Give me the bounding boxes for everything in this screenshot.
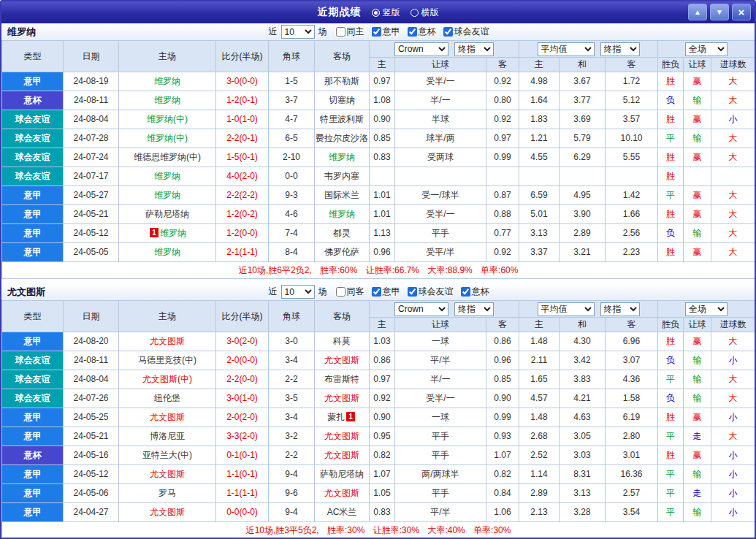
away-team-name: 尤文图斯 — [324, 488, 359, 498]
summary-row: 近10场,胜3平5负2, 胜率:30% 让胜率:30% 大率:40% 单率:30… — [2, 522, 755, 539]
average-select[interactable]: 平均值 — [538, 302, 595, 316]
layout-horizontal-radio[interactable]: 横版 — [411, 7, 439, 19]
league-filter-checkbox-2[interactable]: 球会友谊 — [438, 26, 489, 38]
league-filter-label: 球会友谊 — [454, 26, 489, 38]
matches-label: 场 — [318, 26, 327, 38]
same-venue-checkbox[interactable]: 同客 — [331, 286, 364, 298]
league-checkbox-input[interactable] — [372, 27, 381, 37]
match-row: 意杯 24-08-11 维罗纳 1-2(0-1) 3-7 切塞纳 1.08 半/… — [2, 91, 755, 110]
avg-away-odds: 4.36 — [606, 370, 658, 389]
goals-result-cell: 大 — [711, 148, 755, 167]
avg-draw-odds: 3.13 — [560, 484, 606, 503]
avg-away-odds: 5.55 — [606, 148, 658, 167]
league-filter-checkbox-0[interactable]: 意甲 — [367, 286, 400, 298]
home-team-name: 尤文图斯 — [150, 507, 185, 517]
col-type: 类型 — [2, 301, 64, 332]
avg-home-odds: 1.65 — [519, 370, 560, 389]
league-checkbox-input[interactable] — [443, 27, 453, 37]
same-venue-checkbox-input[interactable] — [336, 27, 345, 37]
handicap-away-odds — [486, 167, 519, 186]
layout-vertical-radio[interactable]: 竖版 — [372, 7, 400, 19]
handicap-line: 半/一 — [395, 91, 486, 110]
home-team-cell: 纽伦堡 — [119, 389, 216, 408]
league-type-badge: 球会友谊 — [2, 167, 64, 186]
goals-result-cell: 小 — [711, 110, 755, 129]
league-filter-label: 球会友谊 — [419, 286, 454, 298]
league-checkbox-input[interactable] — [408, 27, 417, 37]
away-team-name: 费拉尔皮沙洛 — [316, 133, 368, 143]
match-row: 意甲 24-08-20 尤文图斯 3-0(2-0) 3-0 科莫 1.03 一球… — [2, 332, 755, 351]
away-team-name: 尤文图斯 — [324, 355, 359, 365]
handicap-line: 受平/半 — [395, 243, 486, 262]
home-team-name: 马德里竞技(中) — [138, 355, 196, 365]
handicap-line: 一球 — [395, 408, 486, 427]
away-team-cell: 那不勒斯 — [315, 72, 370, 91]
col-goals: 进球数 — [711, 318, 755, 332]
scope-select[interactable]: 全场 — [685, 42, 728, 56]
handicap-line: 半/一 — [395, 370, 486, 389]
league-type-badge: 意甲 — [2, 72, 64, 91]
score-cell: 2-2(0-1) — [216, 129, 269, 148]
handicap-away-odds: 0.90 — [486, 389, 519, 408]
match-row: 球会友谊 24-07-24 维德思维罗纳(中) 1-5(0-1) 2-10 维罗… — [2, 148, 755, 167]
match-count-select[interactable]: 10 — [281, 285, 315, 299]
handicap-away-odds: 0.96 — [486, 351, 519, 370]
away-team-cell: 佛罗伦萨 — [315, 243, 370, 262]
avg-away-odds: 6.19 — [606, 408, 658, 427]
match-count-select[interactable]: 10 — [281, 25, 315, 39]
avg-draw-odds: 2.89 — [560, 224, 606, 243]
handicap-away-odds: 0.88 — [486, 205, 519, 224]
handicap-line: 受半/一 — [395, 205, 486, 224]
avg-away-odds: 3.54 — [606, 503, 658, 522]
league-filter-checkbox-0[interactable]: 意甲 — [367, 26, 400, 38]
corner-cell: 4-7 — [269, 110, 315, 129]
goals-result-cell: 大 — [711, 205, 755, 224]
scope-select[interactable]: 全场 — [685, 302, 728, 316]
match-date: 24-08-04 — [64, 370, 119, 389]
league-checkbox-input[interactable] — [408, 287, 417, 297]
final-odds-select-1[interactable]: 终指 — [454, 302, 494, 316]
away-red-card-badge: 1 — [346, 412, 355, 421]
same-venue-checkbox[interactable]: 同主 — [331, 26, 364, 38]
match-date: 24-08-04 — [64, 110, 119, 129]
final-odds-select-2[interactable]: 终指 — [600, 302, 640, 316]
col-avg-home: 主 — [519, 318, 560, 332]
score-cell: 1-5(0-1) — [216, 148, 269, 167]
score-cell: 2-2(0-0) — [216, 370, 269, 389]
away-team-name: 切塞纳 — [329, 95, 355, 105]
up-button[interactable]: ▲ — [688, 4, 707, 20]
league-filter-checkbox-1[interactable]: 意杯 — [402, 26, 436, 38]
league-filter-checkbox-1[interactable]: 球会友谊 — [402, 286, 454, 298]
avg-away-odds: 5.12 — [606, 91, 658, 110]
avg-away-odds: 1.58 — [606, 389, 658, 408]
handicap-result-cell: 赢 — [684, 110, 711, 129]
bookmaker-select[interactable]: Crown — [394, 42, 448, 56]
avg-draw-odds: 3.69 — [560, 110, 606, 129]
home-team-cell: 尤文图斯 — [119, 503, 216, 522]
league-filter-checkbox-2[interactable]: 意杯 — [456, 286, 489, 298]
close-button[interactable]: × — [732, 4, 751, 20]
euro-odds-group: 平均值终指 — [519, 301, 658, 318]
handicap-away-odds: 0.77 — [486, 224, 519, 243]
average-select[interactable]: 平均值 — [538, 42, 595, 56]
league-type-badge: 球会友谊 — [2, 389, 64, 408]
avg-away-odds: 3.07 — [606, 351, 658, 370]
score-cell: 2-1(1-1) — [216, 243, 269, 262]
handicap-away-odds: 0.84 — [486, 484, 519, 503]
match-row: 球会友谊 24-07-17 维罗纳 4-0(2-0) 0-0 韦罗内塞 胜 — [2, 167, 755, 186]
score-cell: 1-2(0-1) — [216, 91, 269, 110]
league-checkbox-input[interactable] — [461, 287, 470, 297]
final-odds-select-2[interactable]: 终指 — [600, 42, 640, 56]
score-cell: 1-1(0-1) — [216, 465, 269, 484]
avg-home-odds: 2.13 — [519, 503, 560, 522]
league-checkbox-input[interactable] — [372, 287, 381, 297]
score-cell: 1-1(1-1) — [216, 484, 269, 503]
down-button[interactable]: ▼ — [710, 4, 729, 20]
bookmaker-select[interactable]: Crown — [394, 302, 448, 316]
avg-away-odds: 6.96 — [606, 332, 658, 351]
avg-draw-odds: 3.67 — [560, 72, 606, 91]
match-date: 24-07-26 — [64, 389, 119, 408]
same-venue-checkbox-input[interactable] — [336, 287, 345, 297]
avg-away-odds: 1.42 — [606, 186, 658, 205]
final-odds-select-1[interactable]: 终指 — [454, 42, 494, 56]
